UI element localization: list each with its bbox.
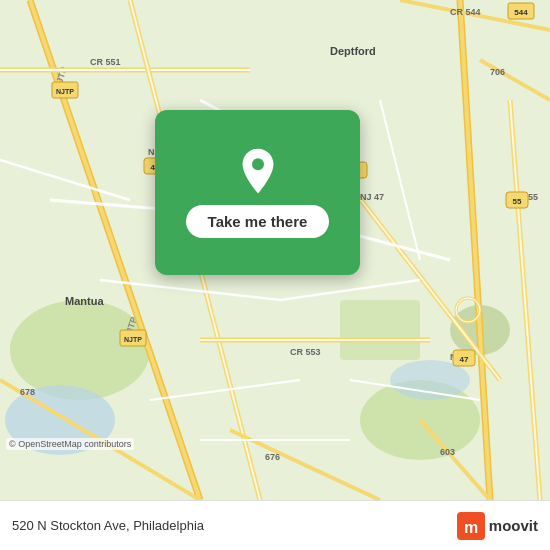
svg-text:NJ 47: NJ 47 xyxy=(360,192,384,202)
svg-text:706: 706 xyxy=(490,67,505,77)
moovit-label: moovit xyxy=(489,517,538,534)
map-container: NJTP NJTP CR 551 NJ 45 NJ 47 NJ 47 NJ 55… xyxy=(0,0,550,500)
svg-text:m: m xyxy=(464,519,478,536)
svg-text:678: 678 xyxy=(20,387,35,397)
svg-text:CR 544: CR 544 xyxy=(450,7,481,17)
svg-text:CR 551: CR 551 xyxy=(90,57,121,67)
svg-text:Mantua: Mantua xyxy=(65,295,104,307)
svg-point-1 xyxy=(10,300,150,400)
location-card[interactable]: Take me there xyxy=(155,110,360,275)
svg-point-67 xyxy=(252,158,264,170)
svg-text:676: 676 xyxy=(265,452,280,462)
svg-text:544: 544 xyxy=(514,8,528,17)
svg-text:CR 553: CR 553 xyxy=(290,347,321,357)
moovit-logo: m moovit xyxy=(457,512,538,540)
take-me-there-button[interactable]: Take me there xyxy=(186,205,330,238)
svg-text:Deptford: Deptford xyxy=(330,45,376,57)
map-attribution: © OpenStreetMap contributors xyxy=(6,438,134,450)
moovit-brand-icon: m xyxy=(457,512,485,540)
svg-text:47: 47 xyxy=(460,355,469,364)
svg-text:55: 55 xyxy=(513,197,522,206)
svg-text:603: 603 xyxy=(440,447,455,457)
map-pin-icon xyxy=(234,147,282,195)
svg-text:NJTP: NJTP xyxy=(56,88,74,95)
bottom-bar: 520 N Stockton Ave, Philadelphia m moovi… xyxy=(0,500,550,550)
svg-rect-4 xyxy=(340,300,420,360)
svg-text:NJTP: NJTP xyxy=(124,336,142,343)
address-label: 520 N Stockton Ave, Philadelphia xyxy=(12,518,204,533)
